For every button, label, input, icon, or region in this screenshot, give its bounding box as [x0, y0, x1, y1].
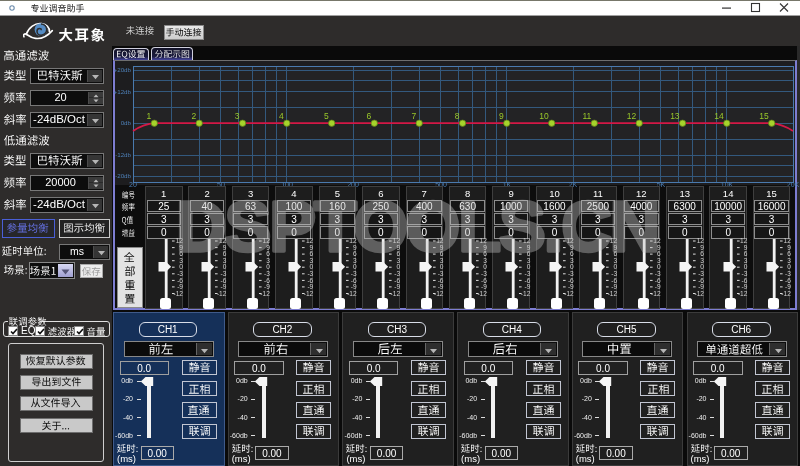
svg-text:9: 9	[499, 111, 504, 121]
svg-text:+20db: +20db	[114, 66, 132, 73]
svg-text:8: 8	[455, 111, 460, 121]
svg-text:DSPTOOLS.CN: DSPTOOLS.CN	[176, 188, 658, 265]
svg-text:1: 1	[147, 111, 152, 121]
svg-text:10: 10	[539, 111, 549, 121]
svg-text:4: 4	[279, 111, 284, 121]
svg-text:6: 6	[367, 111, 372, 121]
svg-text:12: 12	[627, 111, 637, 121]
svg-text:13: 13	[670, 111, 680, 121]
svg-text:5: 5	[324, 111, 329, 121]
svg-text:15: 15	[759, 111, 769, 121]
svg-text:-20db: -20db	[115, 172, 131, 179]
svg-text:7: 7	[411, 111, 416, 121]
svg-text:20: 20	[129, 181, 137, 188]
svg-text:14: 14	[714, 111, 724, 121]
svg-text:0db: 0db	[121, 119, 132, 126]
svg-text:3: 3	[235, 111, 240, 121]
svg-text:11: 11	[582, 111, 591, 121]
svg-text:+12db: +12db	[114, 88, 132, 95]
svg-text:-12db: -12db	[115, 151, 131, 158]
svg-text:2: 2	[191, 111, 196, 121]
